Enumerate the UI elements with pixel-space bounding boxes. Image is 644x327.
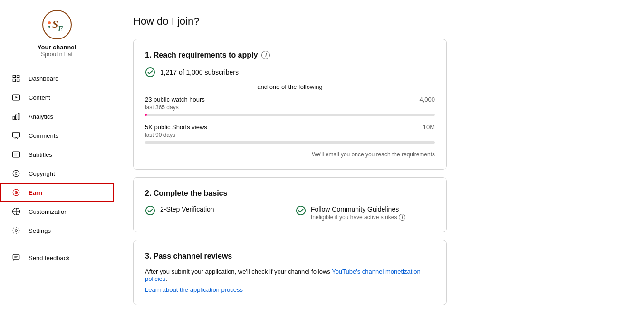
watch-hours-sub: last 365 days: [145, 104, 205, 111]
community-sub: Ineligible if you have active strikes i: [311, 214, 405, 221]
svg-rect-8: [17, 79, 19, 82]
sidebar-item-subtitles[interactable]: Subtitles: [0, 145, 114, 164]
svg-rect-7: [13, 79, 15, 82]
review-text-post: .: [165, 275, 167, 282]
watch-hours-progress-fill: [145, 114, 147, 116]
community-text: Follow Community Guidelines Ineligible i…: [311, 205, 405, 221]
customization-icon: [11, 207, 21, 216]
channel-name: Your channel: [38, 44, 76, 51]
sidebar-divider: [0, 244, 114, 244]
shorts-progress-bar: [145, 141, 435, 144]
comments-icon: [11, 131, 21, 140]
sidebar-item-copyright[interactable]: C Copyright: [0, 164, 114, 183]
svg-text:S: S: [52, 18, 58, 30]
card2-title-text: 2. Complete the basics: [145, 189, 227, 198]
community-info-icon[interactable]: i: [399, 214, 405, 221]
two-step-item: 2-Step Verification: [145, 205, 284, 221]
sidebar: S E Your channel Sprout n Eat Dashboard …: [0, 0, 114, 327]
svg-rect-6: [17, 75, 19, 77]
and-row: and one of the following: [145, 83, 435, 90]
card3-title-text: 3. Pass channel reviews: [145, 252, 232, 260]
card2-items: 2-Step Verification Follow Community Gui…: [145, 205, 435, 221]
card-complete-basics: 2. Complete the basics 2-Step Verificati…: [133, 177, 447, 232]
sidebar-nav: Dashboard Content Analytics Comments: [0, 65, 114, 271]
watch-hours-max: 4,000: [419, 96, 435, 111]
sidebar-label-dashboard: Dashboard: [29, 75, 59, 82]
review-text: After you submit your application, we'll…: [145, 268, 435, 282]
page-title: How do I join?: [133, 15, 625, 28]
card1-title-text: 1. Reach requirements to apply: [145, 51, 258, 59]
two-step-label: 2-Step Verification: [160, 205, 214, 213]
channel-subname: Sprout n Eat: [41, 51, 73, 58]
sidebar-item-content[interactable]: Content: [0, 88, 114, 107]
svg-marker-10: [16, 96, 18, 99]
svg-point-4: [48, 26, 50, 28]
card2-title: 2. Complete the basics: [145, 189, 435, 198]
sidebar-item-customization[interactable]: Customization: [0, 202, 114, 221]
feedback-icon: [11, 253, 21, 262]
sidebar-item-analytics[interactable]: Analytics: [0, 107, 114, 126]
svg-rect-14: [13, 132, 20, 137]
shorts-max: 10M: [423, 124, 435, 138]
watch-hours-label-group: 23 public watch hours last 365 days: [145, 96, 205, 111]
community-sub-text: Ineligible if you have active strikes: [311, 214, 397, 221]
svg-rect-11: [13, 116, 14, 120]
card-channel-reviews: 3. Pass channel reviews After you submit…: [133, 240, 447, 305]
subscribers-row: 1,217 of 1,000 subscribers: [145, 67, 435, 77]
sidebar-label-subtitles: Subtitles: [29, 151, 52, 158]
earn-icon: [11, 188, 21, 197]
watch-hours-header: 23 public watch hours last 365 days 4,00…: [145, 96, 435, 111]
community-guidelines-item: Follow Community Guidelines Ineligible i…: [296, 205, 435, 221]
sidebar-item-settings[interactable]: Settings: [0, 221, 114, 240]
sidebar-label-comments: Comments: [29, 132, 58, 139]
svg-point-23: [15, 230, 18, 232]
subscribers-check-icon: [145, 67, 155, 77]
sidebar-item-earn[interactable]: Earn: [0, 183, 114, 202]
sidebar-label-customization: Customization: [29, 208, 67, 215]
email-note: We'll email you once you reach the requi…: [145, 151, 435, 158]
svg-rect-15: [13, 152, 20, 157]
sidebar-label-copyright: Copyright: [29, 170, 55, 177]
shorts-sub: last 90 days: [145, 132, 207, 138]
sidebar-item-comments[interactable]: Comments: [0, 126, 114, 145]
dashboard-icon: [11, 74, 21, 83]
logo-svg: S E: [42, 10, 72, 40]
community-check-icon: [296, 205, 306, 216]
channel-logo-section: S E Your channel Sprout n Eat: [0, 0, 114, 65]
subscribers-text: 1,217 of 1,000 subscribers: [160, 68, 239, 76]
svg-rect-13: [18, 113, 19, 120]
sidebar-item-send-feedback[interactable]: Send feedback: [0, 248, 114, 267]
main-content: How do I join? 1. Reach requirements to …: [114, 0, 644, 327]
svg-point-3: [48, 21, 51, 24]
card1-info-icon[interactable]: i: [261, 51, 270, 59]
sidebar-item-dashboard[interactable]: Dashboard: [0, 69, 114, 88]
copyright-icon: C: [11, 169, 21, 178]
community-label: Follow Community Guidelines: [311, 205, 405, 213]
svg-rect-5: [13, 75, 15, 77]
sidebar-label-settings: Settings: [29, 227, 51, 234]
watch-hours-label: 23 public watch hours: [145, 96, 205, 103]
content-icon: [11, 93, 21, 102]
watch-hours-section: 23 public watch hours last 365 days 4,00…: [145, 96, 435, 116]
shorts-label: 5K public Shorts views: [145, 124, 207, 131]
sidebar-label-analytics: Analytics: [29, 113, 53, 120]
channel-logo: S E: [42, 10, 72, 40]
card3-title: 3. Pass channel reviews: [145, 252, 435, 260]
card1-title: 1. Reach requirements to apply i: [145, 51, 435, 59]
shorts-section: 5K public Shorts views last 90 days 10M: [145, 124, 435, 144]
two-step-text: 2-Step Verification: [160, 205, 214, 213]
learn-link[interactable]: Learn about the application process: [145, 286, 435, 293]
subtitles-icon: [11, 150, 21, 159]
settings-icon: [11, 226, 21, 235]
shorts-label-group: 5K public Shorts views last 90 days: [145, 124, 207, 138]
and-text: and one of the following: [257, 83, 322, 90]
svg-text:E: E: [58, 25, 63, 33]
sidebar-label-send-feedback: Send feedback: [29, 254, 70, 261]
sidebar-label-earn: Earn: [29, 189, 42, 196]
svg-rect-12: [16, 115, 17, 120]
svg-rect-24: [13, 254, 19, 260]
card-reach-requirements: 1. Reach requirements to apply i 1,217 o…: [133, 39, 447, 170]
review-text-pre: After you submit your application, we'll…: [145, 268, 332, 275]
analytics-icon: [11, 112, 21, 121]
svg-text:C: C: [15, 172, 18, 176]
